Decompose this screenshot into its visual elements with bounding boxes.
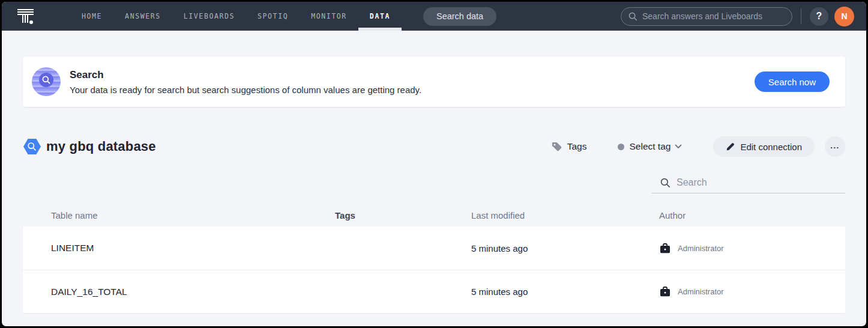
search-now-button[interactable]: Search now bbox=[755, 71, 830, 92]
bigquery-icon bbox=[23, 138, 41, 155]
briefcase-icon bbox=[659, 286, 671, 297]
search-data-button[interactable]: Search data bbox=[423, 7, 496, 26]
nav-tab-liveboards[interactable]: LIVEBOARDS bbox=[172, 2, 246, 31]
author-cell: Administrator bbox=[659, 286, 845, 297]
nav-right-group: ? N bbox=[621, 7, 854, 26]
nav-tab-monitor[interactable]: MONITOR bbox=[300, 2, 358, 31]
tag-color-dot bbox=[618, 144, 624, 150]
help-button[interactable]: ? bbox=[810, 7, 828, 26]
banner-title: Search bbox=[70, 69, 421, 81]
nav-tab-answers[interactable]: ANSWERS bbox=[113, 2, 172, 31]
thoughtspot-logo[interactable] bbox=[17, 8, 35, 25]
table-name-link[interactable]: LINEITEM bbox=[51, 243, 335, 254]
last-modified-cell: 5 minutes ago bbox=[471, 243, 659, 254]
nav-tab-spotiq[interactable]: SPOTIQ bbox=[246, 2, 300, 31]
global-search-input[interactable] bbox=[642, 11, 785, 21]
global-search-box[interactable] bbox=[621, 7, 792, 26]
last-modified-cell: 5 minutes ago bbox=[471, 287, 659, 297]
search-icon bbox=[660, 178, 671, 188]
nav-tab-data[interactable]: DATA bbox=[358, 2, 402, 31]
briefcase-icon bbox=[659, 243, 671, 254]
table-body: LINEITEM 5 minutes ago Administrator DAI… bbox=[23, 226, 845, 313]
author-name: Administrator bbox=[678, 287, 724, 296]
search-icon bbox=[628, 12, 637, 21]
table-row[interactable]: LINEITEM 5 minutes ago Administrator bbox=[23, 226, 845, 270]
column-header-author[interactable]: Author bbox=[659, 210, 845, 220]
table-name-link[interactable]: DAILY_16_TOTAL bbox=[51, 287, 335, 297]
table-header: Table name Tags Last modified Author bbox=[23, 205, 845, 225]
edit-connection-label: Edit connection bbox=[740, 142, 802, 152]
tag-icon bbox=[551, 141, 562, 153]
header-actions: Tags Select tag Edit connection ... bbox=[551, 136, 845, 157]
author-cell: Administrator bbox=[659, 243, 845, 254]
logo-dot bbox=[29, 20, 33, 24]
user-avatar[interactable]: N bbox=[834, 7, 854, 26]
select-tag-label: Select tag bbox=[629, 141, 671, 152]
logo-bar bbox=[17, 9, 34, 15]
logo-stem bbox=[22, 15, 29, 23]
banner-message: Your data is ready for search but search… bbox=[70, 85, 421, 95]
nav-divider bbox=[801, 8, 801, 24]
nav-tab-home[interactable]: HOME bbox=[70, 2, 113, 31]
search-illustration-icon bbox=[32, 67, 61, 96]
column-header-table-name[interactable]: Table name bbox=[51, 210, 335, 220]
author-name: Administrator bbox=[678, 244, 724, 253]
top-nav: HOME ANSWERS LIVEBOARDS SPOTIQ MONITOR D… bbox=[2, 2, 866, 31]
select-tag-dropdown[interactable]: Select tag bbox=[618, 141, 682, 152]
column-header-tags[interactable]: Tags bbox=[335, 210, 471, 220]
chevron-down-icon bbox=[675, 144, 682, 149]
page-header: my gbq database Tags Select tag bbox=[23, 136, 845, 157]
magnifier-icon bbox=[39, 73, 53, 87]
tags-button[interactable]: Tags bbox=[551, 141, 587, 153]
page-title: my gbq database bbox=[46, 139, 156, 154]
edit-connection-button[interactable]: Edit connection bbox=[713, 136, 815, 157]
banner-text: Search Your data is ready for search but… bbox=[70, 69, 421, 95]
app-window: HOME ANSWERS LIVEBOARDS SPOTIQ MONITOR D… bbox=[0, 0, 868, 328]
primary-tabs: HOME ANSWERS LIVEBOARDS SPOTIQ MONITOR D… bbox=[70, 2, 402, 31]
pencil-icon bbox=[726, 142, 735, 151]
table-search-input[interactable] bbox=[677, 177, 843, 188]
search-ready-banner: Search Your data is ready for search but… bbox=[23, 56, 845, 107]
table-search-box[interactable] bbox=[652, 177, 845, 193]
tags-label: Tags bbox=[567, 141, 587, 152]
column-header-last-modified[interactable]: Last modified bbox=[471, 210, 659, 220]
table-row[interactable]: DAILY_16_TOTAL 5 minutes ago Administrat… bbox=[23, 270, 845, 313]
more-options-button[interactable]: ... bbox=[825, 136, 845, 157]
